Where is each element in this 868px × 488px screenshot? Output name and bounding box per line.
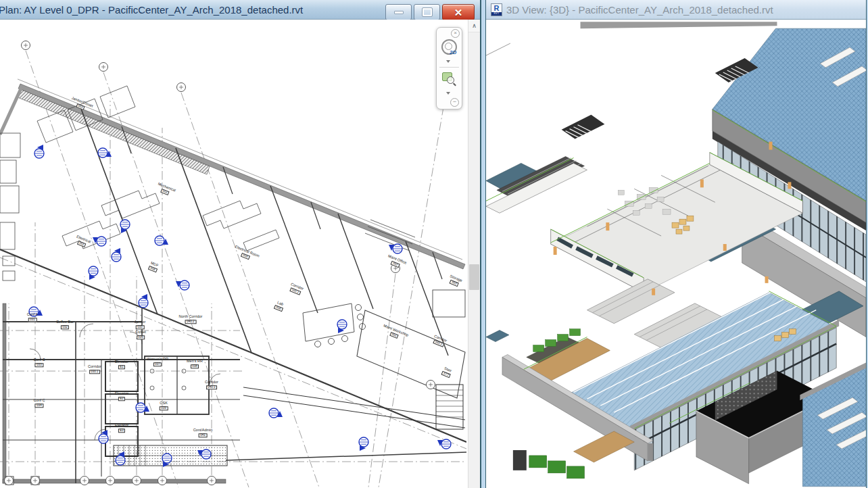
magnifier-handle-icon bbox=[453, 82, 456, 86]
window-controls: ✕ bbox=[385, 4, 475, 20]
minimize-icon bbox=[394, 11, 404, 14]
3d-model-drawing bbox=[486, 20, 866, 487]
zoom-dropdown-caret-icon[interactable] bbox=[446, 92, 450, 95]
maximize-button[interactable] bbox=[414, 4, 440, 20]
plan-view-window: Plan: AY Level 0_DPR - PacificCenter_AY_… bbox=[0, 0, 481, 488]
plan-canvas[interactable]: Janitor/Closet043Mechanical044Electrical… bbox=[0, 20, 480, 488]
wheel-2d-label: 2D bbox=[450, 49, 456, 55]
close-button[interactable]: ✕ bbox=[442, 4, 475, 20]
wheel-dropdown-caret-icon[interactable] bbox=[446, 60, 450, 63]
maximize-icon bbox=[423, 8, 432, 16]
navbar-collapse-icon[interactable]: − bbox=[450, 98, 459, 107]
roof-edge-band bbox=[581, 22, 777, 28]
floor-plan-drawing bbox=[0, 20, 466, 487]
navigation-bar[interactable]: × 2D − bbox=[436, 27, 462, 109]
vertical-scrollbar[interactable]: ∧ bbox=[468, 20, 480, 488]
3d-view-window: R RVT 3D View: {3D} - PacificCenter_AY_A… bbox=[485, 0, 867, 488]
minimize-button[interactable] bbox=[385, 4, 412, 20]
close-icon: ✕ bbox=[454, 7, 463, 18]
3d-window-title: 3D View: {3D} - PacificCenter_AY_Arch_20… bbox=[506, 4, 773, 16]
3d-canvas[interactable] bbox=[486, 20, 866, 488]
navbar-close-icon[interactable]: × bbox=[451, 29, 460, 38]
scroll-up-arrow[interactable]: ∧ bbox=[468, 20, 480, 32]
upper-wing-walls bbox=[0, 79, 466, 442]
navbar-divider bbox=[439, 67, 459, 68]
plan-window-title: Plan: AY Level 0_DPR - PacificCenter_AY_… bbox=[0, 4, 303, 16]
scrollbar-thumb[interactable] bbox=[469, 264, 479, 290]
lab-furniture bbox=[303, 290, 465, 398]
3d-window-titlebar[interactable]: R RVT 3D View: {3D} - PacificCenter_AY_A… bbox=[486, 0, 866, 20]
revit-file-icon: R RVT bbox=[491, 3, 502, 16]
